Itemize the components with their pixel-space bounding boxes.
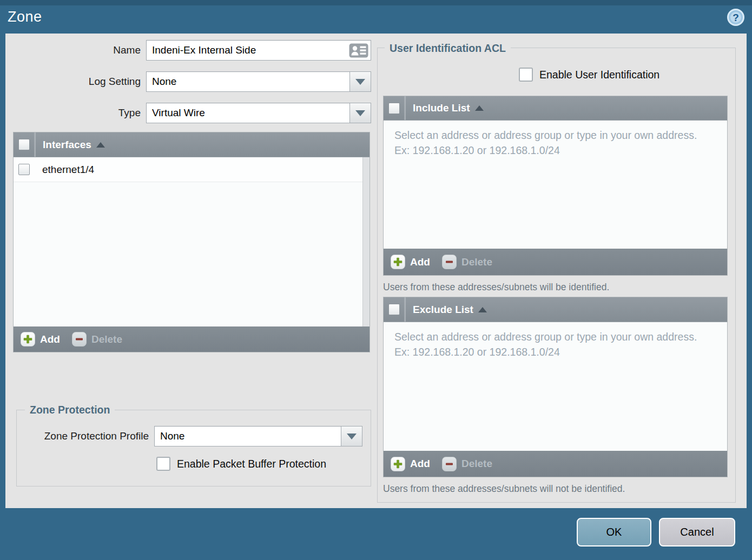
svg-text:?: ? bbox=[733, 12, 739, 23]
log-setting-value: None bbox=[147, 76, 349, 88]
cancel-button[interactable]: Cancel bbox=[659, 518, 735, 546]
interfaces-scrollbar[interactable] bbox=[362, 157, 370, 326]
sort-asc-icon bbox=[478, 307, 487, 312]
exclude-list-header: Exclude List bbox=[384, 297, 727, 322]
minus-icon bbox=[72, 332, 87, 346]
minus-icon bbox=[442, 255, 457, 269]
zone-protection-profile-dropdown-button[interactable] bbox=[341, 426, 362, 446]
include-add-button[interactable]: Add bbox=[391, 255, 430, 269]
sort-asc-icon bbox=[96, 142, 105, 148]
exclude-list-placeholder: Select an address or address group or ty… bbox=[384, 322, 703, 359]
plus-icon bbox=[391, 457, 405, 471]
name-label: Name bbox=[0, 40, 141, 61]
header-checkbox-cell bbox=[14, 132, 35, 157]
log-setting-select[interactable]: None bbox=[146, 71, 371, 92]
header-checkbox-cell bbox=[384, 297, 405, 322]
dialog-title: Zone bbox=[8, 9, 42, 25]
sort-asc-icon bbox=[475, 105, 484, 111]
log-setting-dropdown-button[interactable] bbox=[349, 72, 371, 91]
zone-protection-profile-select[interactable]: None bbox=[154, 426, 362, 446]
name-value: Indeni-Ex Internal Side bbox=[147, 44, 347, 56]
include-list-hint: Users from these addresses/subnets will … bbox=[383, 282, 609, 293]
zone-protection-profile-value: None bbox=[155, 430, 341, 442]
exclude-add-button[interactable]: Add bbox=[391, 457, 430, 471]
minus-icon bbox=[442, 457, 457, 471]
ok-button[interactable]: OK bbox=[577, 518, 651, 546]
exclude-list-hint: Users from these addresses/subnets will … bbox=[383, 483, 625, 495]
interface-row-checkbox[interactable] bbox=[18, 164, 30, 175]
include-delete-button[interactable]: Delete bbox=[442, 255, 492, 269]
chevron-down-icon bbox=[355, 79, 365, 85]
chevron-down-icon bbox=[347, 434, 357, 439]
include-list-header: Include List bbox=[384, 96, 727, 121]
log-setting-label: Log Setting bbox=[0, 71, 141, 92]
interfaces-toolbar: Add Delete bbox=[14, 326, 370, 352]
plus-icon bbox=[21, 332, 35, 346]
packet-buffer-protection-checkbox[interactable] bbox=[156, 457, 170, 471]
contact-card-icon bbox=[347, 43, 371, 58]
help-icon[interactable]: ? bbox=[727, 8, 745, 26]
zone-protection-fieldset bbox=[16, 410, 371, 486]
interface-row[interactable]: ethernet1/4 bbox=[14, 157, 370, 182]
exclude-list-body[interactable]: Select an address or address group or ty… bbox=[384, 322, 727, 451]
include-list-toolbar: Add Delete bbox=[384, 249, 727, 275]
exclude-list-header-label: Exclude List bbox=[413, 304, 473, 316]
type-dropdown-button[interactable] bbox=[349, 103, 371, 123]
include-list-header-label: Include List bbox=[413, 102, 470, 114]
titlebar-top-strip bbox=[0, 0, 752, 5]
include-list-table: Include List Select an address or addres… bbox=[383, 96, 728, 276]
name-input[interactable]: Indeni-Ex Internal Side bbox=[146, 40, 371, 61]
type-label: Type bbox=[0, 103, 141, 123]
user-identification-legend: User Identification ACL bbox=[385, 42, 511, 55]
type-select[interactable]: Virtual Wire bbox=[146, 103, 371, 123]
enable-user-identification-checkbox[interactable] bbox=[519, 68, 533, 82]
interfaces-delete-button[interactable]: Delete bbox=[72, 332, 122, 346]
include-select-all-checkbox[interactable] bbox=[388, 103, 400, 114]
zone-protection-profile-label: Zone Protection Profile bbox=[0, 426, 149, 446]
plus-icon bbox=[391, 255, 405, 269]
exclude-select-all-checkbox[interactable] bbox=[388, 304, 400, 315]
packet-buffer-protection-label: Enable Packet Buffer Protection bbox=[177, 457, 326, 471]
interfaces-table: Interfaces ethernet1/4 Add bbox=[13, 132, 370, 352]
exclude-list-toolbar: Add Delete bbox=[384, 451, 727, 477]
interfaces-header-label: Interfaces bbox=[43, 139, 91, 151]
interfaces-select-all-checkbox[interactable] bbox=[18, 139, 30, 150]
interfaces-table-header: Interfaces bbox=[14, 132, 370, 157]
chevron-down-icon bbox=[355, 110, 365, 116]
exclude-list-table: Exclude List Select an address or addres… bbox=[383, 297, 728, 477]
zone-protection-legend: Zone Protection bbox=[25, 403, 115, 416]
type-value: Virtual Wire bbox=[147, 107, 349, 119]
enable-user-identification-label: Enable User Identification bbox=[539, 68, 659, 82]
include-list-placeholder: Select an address or address group or ty… bbox=[384, 121, 703, 158]
exclude-delete-button[interactable]: Delete bbox=[442, 457, 492, 471]
row-checkbox-cell bbox=[14, 157, 35, 182]
header-checkbox-cell bbox=[384, 96, 405, 120]
include-list-body[interactable]: Select an address or address group or ty… bbox=[384, 121, 727, 249]
interface-name: ethernet1/4 bbox=[42, 164, 94, 176]
interfaces-add-button[interactable]: Add bbox=[21, 332, 60, 346]
interfaces-table-body: ethernet1/4 bbox=[14, 157, 370, 326]
